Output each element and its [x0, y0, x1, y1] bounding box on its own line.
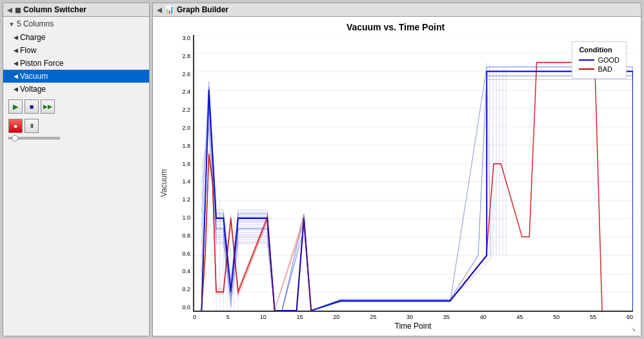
y-tick-10: 1.0 [170, 214, 190, 221]
column-switcher-header: ◀ ▦ Column Switcher [3, 3, 149, 17]
toolbar-row-1: ▶ ■ ▶▶ [3, 96, 149, 115]
legend-bad-label: BAD [598, 65, 612, 73]
graph-area: Vacuum vs. Time Point Vacuum 0.0 0.2 0.4… [153, 17, 641, 336]
y-tick-04: 0.4 [170, 268, 190, 274]
pause-button[interactable]: ⏸ [25, 119, 39, 133]
x-tick-50: 50 [553, 314, 559, 320]
y-tick-20: 2.0 [170, 125, 190, 131]
columns-count-label: ▼ 5 Columns [3, 17, 149, 31]
graph-builder-title: Graph Builder [177, 5, 228, 14]
y-tick-14: 1.4 [170, 178, 190, 185]
x-tick-0: 0 [193, 314, 196, 320]
stop-button[interactable]: ■ [25, 99, 39, 114]
x-tick-labels: 0 5 10 15 20 25 30 35 40 45 50 55 60 [170, 314, 633, 320]
chart-legend: Condition GOOD BAD [572, 41, 627, 79]
column-item-voltage[interactable]: ◀ Voltage [3, 83, 149, 96]
legend-bad-line [579, 68, 594, 70]
tri-vacuum-icon: ◀ [14, 73, 18, 79]
x-axis-label-container: Time Point [170, 322, 633, 331]
good-line-2 [201, 76, 633, 311]
record-button[interactable]: ● [8, 119, 23, 133]
y-tick-12: 1.2 [170, 196, 190, 203]
legend-item-good: GOOD [579, 56, 619, 64]
y-tick-18: 1.8 [170, 143, 190, 149]
x-tick-25: 25 [370, 314, 376, 320]
x-tick-5: 5 [226, 314, 230, 320]
x-tick-40: 40 [480, 314, 487, 320]
play-button[interactable]: ▶ [8, 99, 23, 114]
y-tick-16: 1.6 [170, 161, 190, 167]
list-icon: ▦ [15, 6, 21, 14]
legend-item-bad: BAD [579, 65, 619, 73]
y-tick-06: 0.6 [170, 251, 190, 257]
y-tick-22: 2.2 [170, 107, 190, 113]
legend-good-label: GOOD [598, 56, 619, 64]
resize-handle[interactable]: ↘ [630, 325, 638, 333]
y-tick-0: 0.0 [170, 304, 190, 311]
graph-builder-header: ◀ 📊 Graph Builder [153, 3, 641, 17]
toolbar-row-2: ● ⏸ [3, 115, 149, 134]
column-switcher-panel: ◀ ▦ Column Switcher ▼ 5 Columns ◀ Charge… [3, 3, 150, 336]
good-line-main [201, 72, 633, 311]
columns-collapse-icon[interactable]: ▼ [8, 21, 15, 28]
tri-flow-icon: ◀ [14, 47, 18, 54]
bad-line [201, 63, 602, 311]
good-line-4 [201, 79, 633, 311]
y-tick-08: 0.8 [170, 232, 190, 239]
y-tick-24: 2.4 [170, 88, 190, 95]
chart-svg [194, 35, 633, 311]
speed-slider[interactable] [8, 137, 60, 139]
column-item-charge[interactable]: ◀ Charge [3, 31, 149, 44]
collapse-arrow-icon[interactable]: ◀ [7, 6, 12, 14]
graph-builder-panel: ◀ 📊 Graph Builder Vacuum vs. Time Point … [152, 3, 641, 336]
y-axis-label: Vacuum [158, 35, 170, 331]
fast-forward-button[interactable]: ▶▶ [41, 99, 55, 114]
slider-row [3, 134, 149, 142]
column-list: ◀ Charge ◀ Flow ◀ Piston Force ◀ Vacuum … [3, 31, 149, 96]
legend-good-line [579, 59, 594, 61]
y-tick-30: 3.0 [170, 35, 190, 41]
y-tick-26: 2.6 [170, 71, 190, 77]
column-item-piston-force[interactable]: ◀ Piston Force [3, 57, 149, 70]
peak-density [487, 63, 506, 256]
bad-band-dense [201, 150, 311, 311]
legend-title: Condition [579, 46, 619, 54]
y-tick-28: 2.8 [170, 53, 190, 59]
graph-icon: 📊 [165, 5, 174, 14]
x-tick-30: 30 [407, 314, 413, 320]
x-tick-10: 10 [260, 314, 267, 320]
tri-charge-icon: ◀ [14, 34, 18, 41]
x-tick-60: 60 [627, 314, 633, 320]
x-axis-label: Time Point [395, 322, 432, 331]
column-item-vacuum[interactable]: ◀ Vacuum [3, 70, 149, 83]
slider-thumb[interactable] [12, 135, 18, 141]
x-tick-15: 15 [296, 314, 303, 320]
x-tick-20: 20 [333, 314, 339, 320]
tri-pistonforce-icon: ◀ [14, 60, 18, 67]
main-container: ◀ ▦ Column Switcher ▼ 5 Columns ◀ Charge… [0, 0, 644, 339]
graph-collapse-icon[interactable]: ◀ [157, 6, 162, 14]
column-switcher-title: Column Switcher [23, 5, 86, 14]
chart-title: Vacuum vs. Time Point [158, 22, 633, 32]
x-tick-55: 55 [590, 314, 596, 320]
tri-voltage-icon: ◀ [14, 86, 18, 92]
column-item-flow[interactable]: ◀ Flow [3, 44, 149, 57]
y-tick-02: 0.2 [170, 286, 190, 293]
x-tick-45: 45 [516, 314, 523, 320]
x-tick-35: 35 [443, 314, 450, 320]
